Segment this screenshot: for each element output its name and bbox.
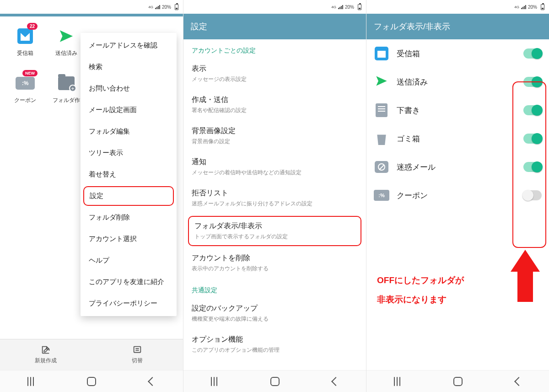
folder-visibility-row: 迷惑メール <box>366 153 549 181</box>
status-bar: 4G 20% <box>366 0 549 14</box>
section-header: 共通設定 <box>183 279 366 298</box>
settings-row[interactable]: フォルダ表示/非表示トップ画面で表示するフォルダの設定 <box>188 216 361 246</box>
settings-row[interactable]: オプション機能このアプリのオプション機能の管理 <box>183 329 366 360</box>
coupon-icon: :% <box>374 190 389 201</box>
visibility-toggle[interactable] <box>523 162 542 172</box>
menu-item[interactable]: ツリー表示 <box>81 142 177 164</box>
folder-visibility-row: ゴミ箱 <box>366 124 549 153</box>
visibility-toggle[interactable] <box>523 190 542 200</box>
settings-row-title: 拒否リスト <box>192 188 358 198</box>
folder-label: クーポン <box>5 97 46 104</box>
trash-icon <box>376 132 387 145</box>
system-nav-bar <box>0 370 183 392</box>
inbox-icon <box>17 28 33 44</box>
spam-icon <box>375 161 388 173</box>
nav-recents[interactable] <box>386 378 409 385</box>
switch-button[interactable]: 切替 <box>92 339 183 370</box>
folder-visibility-row: 下書き <box>366 96 549 124</box>
menu-item[interactable]: お問い合わせ <box>81 78 177 99</box>
inbox-icon <box>375 47 388 60</box>
overflow-menu: メールアドレスを確認検索お問い合わせメール設定画面フォルダ編集ツリー表示着せ替え… <box>81 33 177 316</box>
settings-row[interactable]: 設定のバックアップ機種変更や端末の故障に備える <box>183 298 366 329</box>
draft-icon <box>376 103 388 117</box>
nav-home[interactable] <box>264 377 286 386</box>
settings-row-title: 通知 <box>192 157 358 167</box>
folder-add-icon: + <box>58 76 75 90</box>
send-icon <box>59 28 74 44</box>
settings-row-title: 作成・送信 <box>192 95 358 105</box>
settings-row-subtitle: 迷惑メールフォルダに振り分けるアドレスの設定 <box>192 200 358 208</box>
bottom-action-bar: 新規作成 切替 <box>0 339 183 370</box>
compose-label: 新規作成 <box>35 357 57 365</box>
coupon-badge: NEW <box>22 70 38 76</box>
settings-row-subtitle: 署名や配信確認の設定 <box>192 107 358 114</box>
nav-recents[interactable] <box>203 378 226 385</box>
screen-settings: 4G 20% 設定 アカウントごとの設定表示メッセージの表示設定作成・送信署名や… <box>183 0 366 392</box>
nav-back[interactable] <box>324 378 347 385</box>
compose-icon <box>41 345 51 355</box>
menu-item[interactable]: フォルダ削除 <box>81 207 177 228</box>
settings-row-subtitle: 表示中のアカウントを削除する <box>192 265 358 273</box>
menu-item[interactable]: メール設定画面 <box>81 99 177 121</box>
menu-item[interactable]: 設定 <box>83 186 174 206</box>
app-bar: 設定 <box>183 14 366 39</box>
visibility-toggle[interactable] <box>523 48 542 59</box>
compose-button[interactable]: 新規作成 <box>0 339 92 370</box>
settings-row-title: 背景画像設定 <box>192 126 358 136</box>
menu-item[interactable]: 検索 <box>81 56 177 78</box>
settings-row-title: 表示 <box>192 64 358 74</box>
menu-item[interactable]: 着せ替え <box>81 164 177 185</box>
screen-folder-menu: 4G 20% 22 受信箱 送信済み <box>0 0 183 392</box>
settings-row[interactable]: 拒否リスト迷惑メールフォルダに振り分けるアドレスの設定 <box>183 183 366 214</box>
folder-inbox[interactable]: 22 受信箱 <box>5 25 46 62</box>
folder-name: ゴミ箱 <box>397 134 516 144</box>
visibility-toggle[interactable] <box>523 105 542 115</box>
folder-visibility-row: :%クーポン <box>366 181 549 209</box>
folder-name: 受信箱 <box>397 48 516 59</box>
settings-row-title: アカウントを削除 <box>192 253 358 263</box>
folder-name: 下書き <box>397 105 516 116</box>
menu-item[interactable]: アカウント選択 <box>81 228 177 250</box>
switch-label: 切替 <box>132 357 143 365</box>
annotation-text: OFFにしたフォルダが 非表示になります <box>377 271 464 309</box>
folder-visibility-row: 受信箱 <box>366 39 549 68</box>
nav-back[interactable] <box>141 378 164 385</box>
settings-row-title: フォルダ表示/非表示 <box>194 221 355 231</box>
status-bar: 4G 20% <box>0 0 183 14</box>
settings-row-subtitle: 機種変更や端末の故障に備える <box>192 315 358 323</box>
coupon-icon: :% <box>16 77 35 90</box>
nav-back[interactable] <box>507 378 530 385</box>
system-nav-bar <box>366 370 549 392</box>
switch-icon <box>132 345 142 355</box>
visibility-toggle[interactable] <box>523 77 542 87</box>
system-nav-bar <box>183 370 366 392</box>
menu-item[interactable]: プライバシーポリシー <box>81 293 177 314</box>
nav-home[interactable] <box>80 377 103 386</box>
settings-row[interactable]: アカウントを削除表示中のアカウントを削除する <box>183 248 366 279</box>
annotation-arrow <box>511 250 540 302</box>
folder-name: 迷惑メール <box>397 162 516 172</box>
folder-label: 受信箱 <box>5 49 46 57</box>
visibility-toggle[interactable] <box>523 134 542 144</box>
nav-home[interactable] <box>447 377 469 386</box>
inbox-badge: 22 <box>27 23 38 30</box>
settings-row[interactable]: 背景画像設定背景画像の設定 <box>183 121 366 152</box>
nav-recents[interactable] <box>19 378 42 385</box>
settings-row-subtitle: このアプリのオプション機能の管理 <box>192 346 358 354</box>
folder-coupon[interactable]: :% NEW クーポン <box>5 72 46 109</box>
app-bar-title: フォルダ表示/非表示 <box>374 21 450 32</box>
settings-row-subtitle: 背景画像の設定 <box>192 138 358 145</box>
section-header: アカウントごとの設定 <box>183 39 366 59</box>
menu-item[interactable]: フォルダ編集 <box>81 121 177 142</box>
menu-item[interactable]: ヘルプ <box>81 250 177 271</box>
folder-visibility-row: 送信済み <box>366 68 549 96</box>
settings-row[interactable]: 通知メッセージの着信時や送信時などの通知設定 <box>183 152 366 183</box>
settings-row[interactable]: 作成・送信署名や配信確認の設定 <box>183 90 366 121</box>
folder-name: クーポン <box>397 190 516 201</box>
status-bar: 4G 20% <box>183 0 366 14</box>
app-bar: フォルダ表示/非表示 <box>366 14 549 39</box>
settings-row[interactable]: 表示メッセージの表示設定 <box>183 59 366 90</box>
menu-item[interactable]: メールアドレスを確認 <box>81 35 177 56</box>
settings-row-title: 設定のバックアップ <box>192 304 358 313</box>
menu-item[interactable]: このアプリを友達に紹介 <box>81 271 177 293</box>
